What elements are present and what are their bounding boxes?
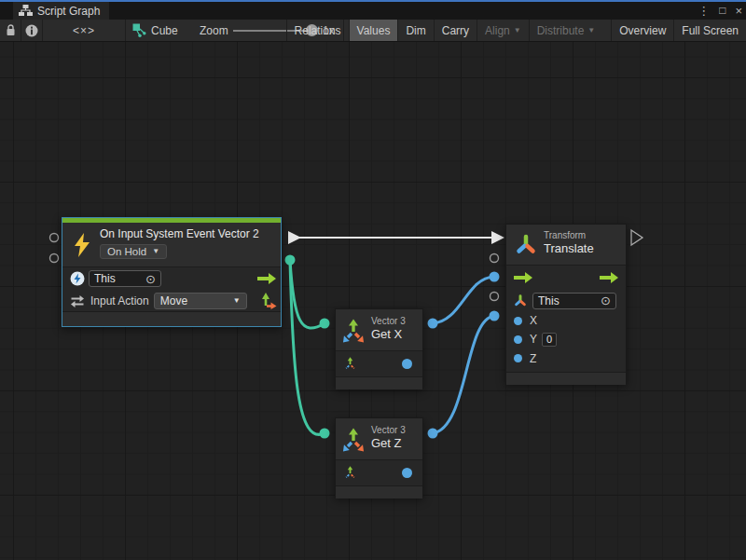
chevron-down-icon: ▼ bbox=[514, 27, 521, 34]
graph-toolbar: <×> Cube Zoom 1x Relations Values Dim Ca… bbox=[0, 20, 746, 42]
vector3-in-icon[interactable] bbox=[342, 465, 358, 481]
node-transform-translate[interactable]: Transform Translate bbox=[505, 224, 627, 384]
graph-name: Cube bbox=[151, 24, 178, 37]
overview-button[interactable]: Overview bbox=[611, 20, 673, 41]
align-dropdown[interactable]: Align ▼ bbox=[477, 20, 529, 41]
close-icon[interactable]: × bbox=[735, 2, 742, 20]
node-on-input-system-event[interactable]: On Input System Event Vector 2 On Hold ▼… bbox=[62, 217, 282, 327]
getx-group-label: Vector 3 bbox=[371, 316, 419, 327]
tab-bar: Script Graph ⋮ □ × bbox=[0, 2, 746, 20]
y-port-dot[interactable] bbox=[514, 335, 522, 344]
event-mode-dropdown[interactable]: On Hold ▼ bbox=[100, 244, 167, 259]
event-this-row: This ⊙ bbox=[62, 267, 281, 290]
wire-event-to-getx[interactable] bbox=[290, 260, 325, 328]
graph-canvas[interactable]: On Input System Event Vector 2 On Hold ▼… bbox=[0, 42, 746, 560]
getx-node-footer bbox=[336, 377, 422, 389]
lightning-bolt-icon bbox=[72, 233, 92, 257]
info-icon bbox=[25, 24, 38, 37]
graph-node-icon bbox=[132, 23, 146, 37]
flow-wire-start-arrow bbox=[288, 231, 301, 244]
fullscreen-button[interactable]: Full Screen bbox=[673, 20, 746, 41]
wire-event-to-getz[interactable] bbox=[290, 260, 325, 434]
getz-input-port[interactable] bbox=[320, 429, 330, 439]
event-node-header: On Input System Event Vector 2 On Hold ▼ bbox=[62, 223, 281, 266]
vector2-out-icon[interactable] bbox=[260, 292, 277, 309]
trigger-out-arrow-icon[interactable] bbox=[257, 273, 276, 284]
getz-output-wire-end[interactable] bbox=[428, 429, 438, 439]
getz-node-header: Vector 3 Get Z bbox=[336, 418, 422, 459]
transform-icon bbox=[514, 294, 527, 307]
getx-node-header: Vector 3 Get X bbox=[336, 309, 422, 350]
translate-group-label: Transform bbox=[544, 230, 620, 241]
flow-wire-end-arrow bbox=[491, 231, 504, 244]
info-button[interactable] bbox=[21, 20, 43, 41]
lock-icon bbox=[6, 24, 16, 36]
distribute-dropdown[interactable]: Distribute ▼ bbox=[529, 20, 603, 41]
input-action-label: Input Action bbox=[90, 294, 149, 307]
vector3-in-icon[interactable] bbox=[342, 356, 358, 372]
translate-trigger-row bbox=[506, 266, 626, 290]
translate-node-header: Transform Translate bbox=[506, 225, 626, 265]
trigger-out-arrow-icon[interactable] bbox=[600, 272, 618, 283]
code-preview-button[interactable]: <×> bbox=[43, 20, 126, 41]
translate-node-footer bbox=[506, 373, 626, 385]
translate-this-port[interactable] bbox=[490, 254, 499, 263]
x-port-label: X bbox=[530, 314, 537, 327]
input-action-dropdown[interactable]: Move ▼ bbox=[154, 293, 247, 309]
toolbar-view-buttons: Relations Values Dim Carry Align ▼ Distr… bbox=[286, 20, 746, 41]
event-this-port[interactable] bbox=[50, 234, 59, 242]
graph-breadcrumb[interactable]: Cube bbox=[129, 20, 182, 41]
translate-z-port[interactable] bbox=[490, 311, 500, 321]
y-port-label: Y bbox=[530, 333, 537, 346]
titlebar-controls: ⋮ □ × bbox=[698, 2, 742, 20]
event-this-field[interactable]: This ⊙ bbox=[89, 270, 161, 287]
values-button[interactable]: Values bbox=[349, 20, 398, 41]
tab-script-graph[interactable]: Script Graph bbox=[13, 2, 109, 20]
node-vector3-get-z[interactable]: Vector 3 Get Z bbox=[335, 417, 423, 498]
transform-icon bbox=[515, 234, 537, 256]
lock-button[interactable] bbox=[0, 20, 21, 41]
translate-node-title: Translate bbox=[544, 241, 620, 256]
maximize-icon[interactable]: □ bbox=[719, 2, 725, 20]
event-node-title: On Input System Event Vector 2 bbox=[100, 227, 275, 241]
translate-this-row: This ⊙ bbox=[506, 290, 626, 311]
translate-y-port[interactable] bbox=[490, 293, 499, 301]
translate-x-port[interactable] bbox=[490, 272, 500, 282]
chevron-down-icon: ▼ bbox=[233, 297, 241, 305]
gameobject-self-icon bbox=[70, 271, 85, 286]
getx-input-port[interactable] bbox=[320, 319, 330, 329]
trigger-in-arrow-icon[interactable] bbox=[514, 272, 532, 283]
getx-output-dot[interactable] bbox=[402, 359, 412, 369]
event-vector2-out-port[interactable] bbox=[285, 255, 296, 266]
relations-button[interactable]: Relations bbox=[286, 20, 349, 41]
script-graph-icon bbox=[19, 5, 33, 17]
code-icon: <×> bbox=[73, 24, 95, 37]
translate-this-field[interactable]: This ⊙ bbox=[532, 293, 616, 309]
vector3-icon bbox=[340, 427, 366, 453]
z-port-label: Z bbox=[530, 352, 536, 365]
translate-x-row: X bbox=[506, 311, 626, 330]
translate-trigger-out-indicator bbox=[631, 230, 642, 245]
event-action-port[interactable] bbox=[50, 254, 59, 263]
y-value-field[interactable]: 0 bbox=[542, 333, 557, 347]
wire-getx-to-x[interactable] bbox=[433, 277, 494, 323]
getx-output-wire-end[interactable] bbox=[428, 319, 438, 329]
zoom-label: Zoom bbox=[200, 20, 228, 41]
input-action-icon bbox=[70, 294, 85, 308]
getx-port-row bbox=[336, 351, 422, 376]
z-port-dot[interactable] bbox=[514, 354, 522, 362]
more-menu-icon[interactable]: ⋮ bbox=[698, 2, 710, 20]
getz-port-row bbox=[336, 460, 422, 485]
getx-node-title: Get X bbox=[371, 327, 419, 342]
getz-output-dot[interactable] bbox=[402, 468, 412, 478]
node-vector3-get-x[interactable]: Vector 3 Get X bbox=[335, 308, 423, 389]
dim-button[interactable]: Dim bbox=[397, 20, 433, 41]
carry-button[interactable]: Carry bbox=[434, 20, 477, 41]
getz-node-footer bbox=[336, 486, 422, 499]
x-port-dot[interactable] bbox=[514, 317, 522, 325]
wire-getz-to-z[interactable] bbox=[433, 316, 494, 433]
chevron-down-icon: ▼ bbox=[152, 248, 159, 255]
getz-node-title: Get Z bbox=[371, 436, 419, 451]
event-node-footer bbox=[62, 312, 281, 326]
script-graph-window: Script Graph ⋮ □ × <×> bbox=[0, 0, 746, 560]
